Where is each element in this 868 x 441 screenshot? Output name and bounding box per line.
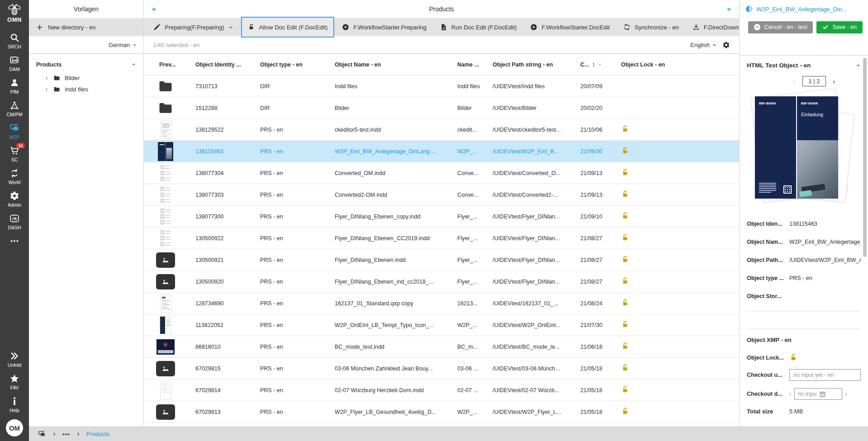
table-row-67029814[interactable]: 67029814PRS - en02-07 Würzburg Herzlieb …: [144, 379, 739, 401]
cell-created-date: 21/09/30: [572, 148, 613, 155]
sidebar-item-label: W2P: [9, 134, 20, 140]
search-icon: [9, 33, 19, 43]
tree-language-value: German: [109, 42, 130, 48]
brand-logo: BW≡BANK: [759, 102, 776, 105]
table-row-138077303[interactable]: 138077303PRS - enConverted2-OM.inddConve…: [144, 184, 739, 206]
table-row-128734690[interactable]: 128734690PRS - en162137_01_Standard.qxp …: [144, 293, 739, 314]
column-header-object-type-en[interactable]: Object type - en: [252, 62, 327, 68]
selection-count: 1/40 selected - en: [153, 42, 199, 48]
cell-created-date: 21/08/27: [572, 235, 613, 242]
cell-object-path: /UIDEVtest/03-06 Münch...: [484, 365, 572, 372]
toolbar-button-f-workflowstarter-preparing[interactable]: F.WorkflowStarter.Preparing: [336, 18, 432, 36]
cell-name: 16213...: [449, 300, 484, 307]
cell-object-lock: [613, 342, 739, 352]
sidebar-item-admin[interactable]: Admin: [0, 188, 29, 210]
checkout-user-label: Checkout u...: [747, 372, 787, 378]
field-value: W2P_Einl_BW_Anlegertage_: [789, 238, 861, 246]
collapse-left-icon[interactable]: «: [152, 5, 156, 13]
chevron-up-icon[interactable]: [131, 62, 136, 67]
calendar-icon[interactable]: [819, 391, 839, 398]
cell-object-path: /UIDEVtest/W2P_OnlEinl...: [484, 322, 572, 328]
cell-object-name: 02-07 Würzburg Herzlieb Dorn.indd: [327, 387, 449, 394]
sidebar-item-dam[interactable]: DAM: [0, 52, 29, 75]
sidebar-item-cmpm[interactable]: CM/PM: [0, 97, 29, 120]
table-row-1512288[interactable]: 1512288DIRBilderBilder/UIDEVtest/Bilder2…: [144, 97, 739, 119]
table-row-67029813[interactable]: 67029813PRS - enW2P_Flyer_LB_Gesundheit_…: [144, 401, 739, 423]
toolbar-button-preparing-f-preparing[interactable]: Preparing(F.Preparing): [147, 18, 239, 36]
checkout-date-input[interactable]: no input y...: [794, 388, 842, 400]
sidebar-item-fav[interactable]: FAV: [0, 370, 29, 393]
sidebar-item-w2p[interactable]: W2P: [0, 120, 29, 142]
chevron-right-icon: [44, 87, 49, 92]
table-row-7310713[interactable]: 7310713DIRIndd filesIndd files/UIDEVtest…: [144, 76, 739, 97]
table-settings-gear-icon[interactable]: [722, 41, 730, 49]
table-row-113622052[interactable]: 113622052PRS - enW2P_OnlEinl_LB_Templ_Ty…: [144, 314, 739, 336]
toolbar-button-synchronize-en[interactable]: Synchronize - en: [617, 18, 685, 36]
table-row-130500922[interactable]: 130500922PRS - enFlyer_DINlang_Ebenen_CC…: [144, 228, 739, 249]
unlock-icon: [621, 125, 630, 134]
brochure-back-panel: BW≡BANK: [755, 96, 796, 199]
breadcrumb-collapsed-icon[interactable]: •••: [62, 431, 70, 437]
toolbar-button-run-doc-edit-f-docedit[interactable]: Run Doc Edit (F.DocEdit): [434, 18, 523, 36]
table-row-138129522[interactable]: 138129522PRS - enckeditor5-test.inddcked…: [144, 119, 739, 141]
cell-object-identity: 7310713: [187, 83, 252, 90]
tree-item-indd-files[interactable]: Indd files: [35, 84, 137, 95]
cell-name: 03-06 ...: [449, 365, 484, 372]
tree-root-products[interactable]: Products: [35, 60, 137, 72]
table-row-67029815[interactable]: 67029815PRS - en03-06 München Zahnkleid …: [144, 358, 739, 379]
sidebar-item-sc[interactable]: 11SC: [0, 142, 29, 165]
cell-object-path: /UIDEVtest/W2P_Flyer_L...: [484, 409, 572, 415]
table-row-138077304[interactable]: 138077304PRS - enConverted_OM.inddConve.…: [144, 162, 739, 184]
new-directory-button[interactable]: New directory - en: [29, 18, 143, 36]
sidebar-item-dash[interactable]: DASH: [0, 210, 29, 233]
sidebar-item-more[interactable]: [0, 233, 29, 249]
pager-next-icon[interactable]: ›: [833, 77, 835, 85]
sidebar-item-help[interactable]: Help: [0, 393, 29, 416]
breadcrumb-link-products[interactable]: Products: [86, 431, 109, 437]
collapse-section-chevron-up-icon[interactable]: [856, 63, 861, 68]
sidebar-item-pim[interactable]: PIM: [0, 75, 29, 97]
pager-prev-icon[interactable]: ‹: [793, 77, 795, 85]
unlock-icon: [621, 385, 630, 394]
sidebar-item-unfold[interactable]: Unfold: [0, 348, 29, 370]
screens-icon: [9, 123, 19, 133]
table-row-138115463[interactable]: 138115463PRS - enW2P_Einl_BW_Anlegertage…: [144, 141, 739, 162]
toolbar-button-label: Synchronize - en: [635, 24, 679, 31]
column-header-object-lock-en[interactable]: Object Lock - en: [613, 62, 739, 68]
tree-item-bilder[interactable]: Bilder: [35, 72, 137, 84]
table-row-130500920[interactable]: 130500920PRS - enFlyer_DINlang_Ebenen_in…: [144, 271, 739, 293]
date-next-icon[interactable]: ›: [845, 390, 847, 398]
detail-tab[interactable]: W2P_Einl_BW_Anlegertage_Din...: [740, 0, 868, 18]
cell-created-date: 21/07/30: [572, 322, 613, 328]
table-language-select[interactable]: English: [690, 42, 717, 48]
table-row-86816010[interactable]: 86816010PRS - enBC_mode_test.inddBC_m...…: [144, 336, 739, 358]
doc-edit-icon: [440, 24, 447, 31]
cell-created-date: 21/05/18: [572, 409, 613, 415]
cell-object-name: 03-06 München Zahnkleid Jean Bouy...: [327, 365, 449, 372]
cancel-button[interactable]: ✕ Cancel - en - test: [748, 21, 813, 33]
column-header-object-path-string-en[interactable]: Object Path string - en: [484, 62, 572, 68]
sidebar-item-workf[interactable]: Workf: [0, 165, 29, 188]
sidebar-item-label: DAM: [9, 66, 19, 72]
table-row-138077300[interactable]: 138077300PRS - enFlyer_DINlang_Ebenen_co…: [144, 206, 739, 228]
cell-object-type: PRS - en: [252, 170, 327, 176]
sidebar-item-srch[interactable]: SRCH: [0, 29, 29, 52]
toolbar-button-allow-doc-edit-f-docedit[interactable]: Allow Doc Edit (F.DocEdit): [241, 17, 335, 38]
checkout-user-input[interactable]: [789, 369, 861, 381]
save-button[interactable]: Save - en: [816, 21, 863, 33]
table-row-130500921[interactable]: 130500921PRS - enFlyer_DINlang_Ebenen.in…: [144, 249, 739, 271]
date-prev-icon[interactable]: ‹: [789, 390, 792, 398]
column-header-object-identity[interactable]: Object Identity ...: [187, 62, 252, 68]
column-header-prev[interactable]: Prev...: [144, 62, 187, 68]
omn-logo[interactable]: OMN: [6, 4, 23, 23]
column-header-name[interactable]: Name ...: [449, 62, 484, 68]
toolbar-button-f-workflowstarter-docedit[interactable]: F.WorkflowStarter.DocEdit: [524, 18, 616, 36]
collapse-right-icon[interactable]: »: [727, 5, 731, 13]
cell-name: W2P_...: [449, 409, 484, 415]
user-avatar[interactable]: OM: [6, 419, 23, 436]
detail-scrollbar-thumb[interactable]: [863, 58, 867, 257]
breadcrumb-module-icon[interactable]: [38, 430, 46, 438]
tree-language-select[interactable]: German: [29, 36, 143, 54]
column-header-c[interactable]: C...1: [572, 62, 613, 68]
column-header-object-name-en[interactable]: Object Name - en: [327, 62, 449, 68]
